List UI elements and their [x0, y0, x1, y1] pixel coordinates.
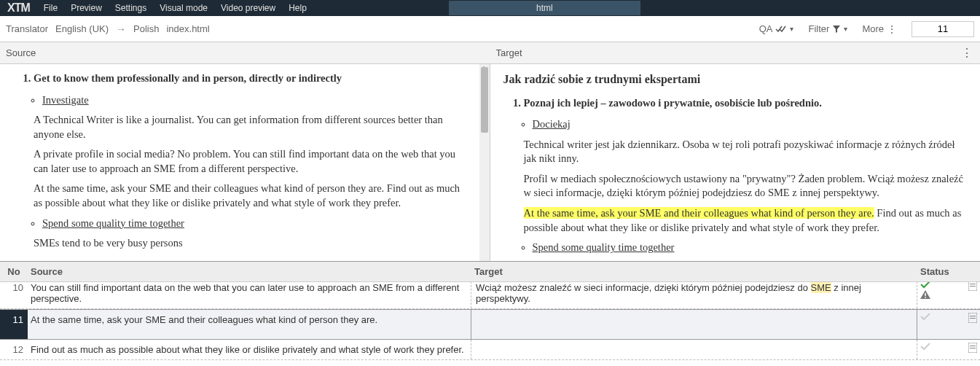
menu-visual-mode[interactable]: Visual mode	[153, 3, 214, 13]
source-paragraph: At the same time, ask your SME and their…	[34, 182, 469, 210]
segment-number: 12	[0, 340, 28, 359]
highlighted-segment: At the same time, ask your SME and their…	[524, 207, 874, 219]
segment-row[interactable]: 12 Find out as much as possible about wh…	[0, 340, 980, 360]
more-label: More	[862, 23, 884, 34]
menu-preview[interactable]: Preview	[64, 3, 109, 13]
source-paragraph: A Technical Writer is like a journalist.…	[34, 113, 469, 141]
source-preview-pane: Get to know them professionally and in p…	[0, 64, 490, 261]
segment-row[interactable]: 10 You can still find important data on …	[0, 282, 980, 309]
filter-dropdown[interactable]: Filter ▾	[808, 23, 847, 34]
menu-settings[interactable]: Settings	[109, 3, 153, 13]
app-logo: XTM	[0, 1, 37, 15]
target-paragraph: Profil w mediach społecznościowych ustaw…	[524, 172, 968, 200]
document-tab[interactable]: html	[449, 1, 640, 15]
target-subheading: Dociekaj	[533, 117, 968, 132]
arrow-right-icon: →	[116, 23, 126, 35]
more-dropdown[interactable]: More ⋮	[862, 23, 897, 35]
menu-video-preview[interactable]: Video preview	[214, 3, 282, 13]
vertical-dots-icon: ⋮	[887, 23, 897, 35]
source-column-label: Source	[0, 47, 490, 58]
menu-items: File Preview Settings Visual mode Video …	[37, 3, 313, 13]
segment-row-active[interactable]: 11 At the same time, ask your SME and th…	[0, 309, 980, 340]
check-disabled-icon[interactable]	[920, 313, 930, 321]
source-subheading: Investigate	[42, 93, 469, 108]
menu-help[interactable]: Help	[282, 3, 313, 13]
segment-number: 11	[0, 310, 28, 339]
check-all-icon	[775, 25, 787, 34]
source-language[interactable]: English (UK)	[55, 23, 109, 34]
svg-rect-4	[970, 286, 976, 287]
target-subheading: Spend some quality time together	[533, 241, 968, 255]
col-no-label: No	[0, 266, 28, 277]
check-disabled-icon[interactable]	[920, 343, 930, 351]
role-label: Translator	[6, 23, 48, 34]
qa-dropdown[interactable]: QA ▾	[759, 23, 794, 34]
status-box-icon[interactable]	[968, 313, 977, 323]
target-paragraph: At the same time, ask your SME and their…	[524, 206, 968, 235]
source-subheading: Spend some quality time together	[42, 217, 469, 231]
status-box-icon[interactable]	[968, 343, 977, 353]
funnel-icon	[832, 25, 841, 34]
svg-rect-7	[970, 318, 976, 319]
qa-label: QA	[759, 23, 773, 34]
segment-target-cell[interactable]	[471, 340, 917, 359]
check-icon[interactable]	[920, 282, 930, 289]
chevron-down-icon: ▾	[844, 25, 847, 33]
sub-header: Translator English (UK) → Polish index.h…	[0, 16, 980, 42]
menu-file[interactable]: File	[37, 3, 64, 13]
segment-source-cell[interactable]: At the same time, ask your SME and their…	[28, 310, 471, 339]
segment-target-cell[interactable]: Wciąż możesz znaleźć w sieci informacje,…	[471, 282, 917, 308]
warning-icon[interactable]	[920, 290, 930, 300]
source-paragraph: A private profile in social media? No pr…	[34, 147, 469, 176]
segment-status-cell	[917, 340, 980, 359]
segment-source-cell[interactable]: Find out as much as possible about what …	[28, 340, 471, 359]
source-paragraph: SMEs tend to be very busy persons	[34, 236, 469, 251]
col-status-label: Status	[917, 266, 980, 277]
segment-number: 10	[0, 282, 28, 308]
svg-rect-10	[970, 348, 976, 349]
target-heading: Poznaj ich lepiej – zawodowo i prywatnie…	[524, 96, 968, 111]
target-paragraph: Technical writer jest jak dziennikarz. O…	[524, 138, 968, 166]
status-box-icon[interactable]	[968, 282, 977, 291]
scroll-thumb[interactable]	[481, 67, 488, 133]
svg-rect-0	[925, 293, 926, 296]
target-title: Jak radzić sobie z trudnymi ekspertami	[503, 71, 968, 87]
segment-grid: 10 You can still find important data on …	[0, 282, 980, 366]
svg-rect-1	[925, 297, 926, 298]
term-highlight: SME	[811, 282, 831, 293]
segment-grid-header: No Source Target Status	[0, 262, 980, 282]
filter-label: Filter	[808, 23, 829, 34]
segment-status-cell	[917, 282, 980, 308]
segment-number-input[interactable]	[912, 21, 974, 37]
preview-column-header: Source Target ⋮	[0, 42, 980, 64]
target-language[interactable]: Polish	[133, 23, 159, 34]
target-preview-pane: Jak radzić sobie z trudnymi ekspertami P…	[490, 64, 981, 261]
segment-source-cell[interactable]: You can still find important data on the…	[28, 282, 471, 308]
svg-rect-6	[970, 316, 976, 316]
target-column-label: Target	[496, 47, 522, 58]
chevron-down-icon: ▾	[790, 25, 793, 33]
segment-target-cell[interactable]	[471, 310, 917, 339]
source-scrollbar[interactable]: ▲	[479, 64, 490, 261]
preview-area: Get to know them professionally and in p…	[0, 64, 980, 262]
file-name: index.html	[166, 23, 209, 34]
top-menu-bar: XTM File Preview Settings Visual mode Vi…	[0, 0, 980, 16]
target-text: Wciąż możesz znaleźć w sieci informacje,…	[476, 282, 811, 293]
column-options-icon[interactable]: ⋮	[961, 46, 980, 60]
source-heading: Get to know them professionally and in p…	[34, 71, 469, 86]
col-source-label: Source	[28, 266, 471, 277]
svg-rect-9	[970, 346, 976, 346]
segment-status-cell	[917, 310, 980, 339]
svg-rect-3	[970, 284, 976, 284]
col-target-label: Target	[471, 266, 917, 277]
